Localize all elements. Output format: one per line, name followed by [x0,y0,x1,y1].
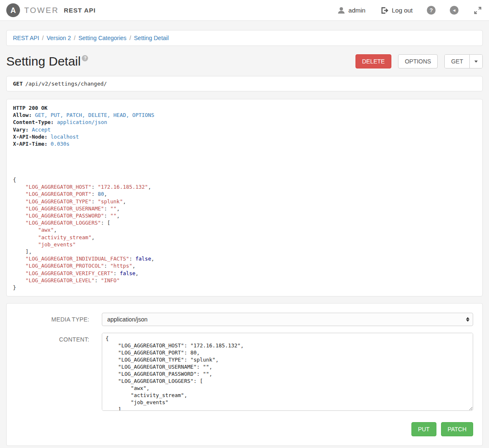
put-button[interactable]: PUT [411,422,436,436]
content-label: CONTENT: [16,333,89,412]
media-type-select[interactable]: application/json [102,313,473,326]
brand-name: TOWER [24,6,59,15]
content-textarea[interactable]: { "LOG_AGGREGATOR_HOST": "172.16.185.132… [102,333,473,411]
options-button[interactable]: OPTIONS [398,54,438,68]
brand-home-link[interactable]: A TOWER REST API [6,3,96,17]
logout-icon [380,6,389,15]
user-icon [337,6,345,15]
page-title: Setting Detail? [6,54,88,68]
breadcrumb-separator: / [71,35,78,41]
media-type-label: MEDIA TYPE: [16,313,89,326]
top-navbar: A TOWER REST API admin Log o [0,0,489,21]
response-info: HTTP 200 OK Allow: GET, PUT, PATCH, DELE… [6,99,483,296]
breadcrumb-setting-categories[interactable]: Setting Categories [78,35,126,41]
breadcrumb: REST API/Version 2/Setting Categories/Se… [6,30,483,46]
current-user[interactable]: admin [337,6,365,15]
tower-logo-icon: A [6,3,20,17]
request-path: /api/v2/settings/changed/ [25,81,107,87]
breadcrumb-setting-detail[interactable]: Setting Detail [134,35,169,41]
back-icon[interactable]: ◄ [450,6,459,15]
logout-button[interactable]: Log out [380,6,413,15]
content-form: MEDIA TYPE: application/json CONTENT: { … [6,303,483,446]
chevron-down-icon [474,61,478,63]
svg-text:A: A [10,6,16,15]
get-button[interactable]: GET [445,55,469,68]
help-icon[interactable]: ? [427,6,436,15]
brand-suffix: REST API [64,7,96,14]
breadcrumb-version-2[interactable]: Version 2 [47,35,71,41]
delete-button[interactable]: DELETE [355,54,391,68]
patch-button[interactable]: PATCH [441,422,473,436]
get-format-dropdown[interactable] [469,55,482,68]
response-pre: HTTP 200 OK Allow: GET, PUT, PATCH, DELE… [13,104,476,291]
breadcrumb-separator: / [39,35,47,41]
logout-label: Log out [392,7,413,14]
title-help-icon[interactable]: ? [82,55,88,61]
breadcrumb-rest-api[interactable]: REST API [13,35,39,41]
get-split-button: GET [444,54,483,68]
breadcrumb-separator: / [126,35,134,41]
username-label: admin [348,7,365,14]
request-info: GET/api/v2/settings/changed/ [6,76,483,91]
expand-icon[interactable] [473,5,483,15]
request-method: GET [13,81,23,87]
